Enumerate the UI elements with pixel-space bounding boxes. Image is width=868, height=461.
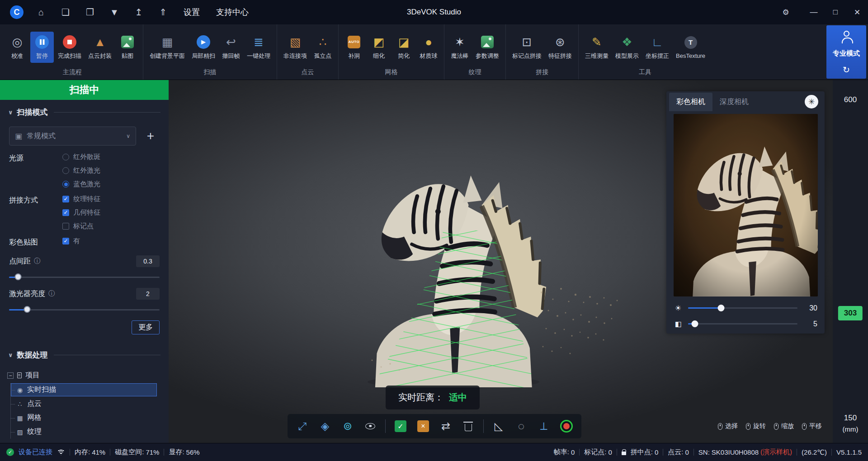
fill-holes-button[interactable]: AUTO 补洞 (342, 32, 366, 63)
pointcloud-wrap-button[interactable]: ▲ 点云封装 (85, 32, 114, 63)
tab-color-camera[interactable]: 彩色相机 (669, 93, 712, 111)
section-scan-mode[interactable]: ∨ 扫描模式 (0, 100, 169, 122)
section-data-processing[interactable]: ∨ 数据处理 (0, 343, 169, 365)
checkbox-icon[interactable] (62, 196, 69, 202)
confirm-selection-button[interactable]: ✓ (390, 416, 411, 437)
orbit-button[interactable]: ⊚ (337, 416, 358, 437)
slider-thumb[interactable] (14, 273, 21, 280)
checkbox-icon[interactable] (62, 238, 69, 245)
simplify-button[interactable]: ◪ 简化 (392, 32, 415, 63)
info-icon[interactable]: ⓘ (34, 257, 40, 265)
menu-settings[interactable]: 设置 (184, 7, 200, 18)
tree-item-mesh[interactable]: ▦ 网格 (11, 411, 157, 424)
export-icon[interactable]: ↥ (130, 3, 148, 21)
maximize-button[interactable]: □ (825, 0, 846, 24)
tree-collapse-icon[interactable]: − (7, 372, 14, 379)
menu-support[interactable]: 支持中心 (216, 7, 249, 18)
trash-icon (465, 424, 472, 431)
exposure-slider[interactable] (688, 320, 797, 328)
delete-button[interactable] (458, 416, 479, 437)
texture-map-button[interactable]: 贴图 (116, 32, 139, 63)
slider-thumb[interactable] (717, 305, 724, 311)
isolated-points-button[interactable]: ∴ 孤立点 (311, 32, 335, 63)
measure-3d-button[interactable]: ✎ 三维测量 (582, 32, 611, 63)
coordinate-axis-button[interactable]: ⟂ (533, 416, 554, 437)
refine-button[interactable]: ◩ 细化 (367, 32, 391, 63)
settings-gear-icon[interactable]: ⚙ (775, 0, 797, 24)
more-button[interactable]: 更多 (132, 320, 160, 334)
pro-mode-panel[interactable]: 专业模式 ↻ (826, 25, 866, 79)
undo-icon: ↩ (223, 34, 239, 50)
checkbox-icon[interactable] (62, 209, 69, 216)
finish-scan-button[interactable]: 完成扫描 (55, 32, 84, 63)
scan-mode-select[interactable]: ▣ 常规模式 ∨ (9, 127, 136, 146)
lasso-select-button[interactable]: ◌ (511, 416, 532, 437)
checkbox-icon[interactable] (62, 223, 69, 230)
tree-item-realtime-scan[interactable]: ◉ 实时扫描 (11, 383, 157, 396)
check-icon: ✓ (395, 420, 406, 432)
create-background-plane-button[interactable]: ▦ 创建背景平面 (147, 32, 188, 63)
camera-panel: 彩色相机 深度相机 ✳ (666, 91, 825, 334)
one-click-process-button[interactable]: ≣ 一键处理 (244, 32, 273, 63)
model-display-button[interactable]: ❖ 模型展示 (613, 32, 642, 63)
pause-button[interactable]: 暂停 (30, 32, 54, 63)
radio-ir-speckle[interactable]: 红外散斑 (62, 153, 100, 161)
tree-item-pointcloud[interactable]: ∴ 点云 (11, 397, 157, 410)
refresh-icon[interactable]: ↻ (843, 65, 850, 75)
local-fine-scan-button[interactable]: ▶ 局部精扫 (189, 32, 218, 63)
aperture-icon[interactable]: ✳ (805, 95, 818, 108)
swap-frame-button[interactable]: ⇄ (435, 416, 456, 437)
bestexture-button[interactable]: T BesTexture (673, 32, 708, 62)
slider-thumb[interactable] (24, 306, 30, 313)
tree-root-project[interactable]: − 项目 (7, 368, 161, 382)
checkbox-color-texture[interactable]: 有 (62, 237, 80, 245)
calibrate-button[interactable]: ◎ 校准 (5, 32, 29, 63)
slider-thumb[interactable] (691, 320, 698, 327)
checkbox-marker-point[interactable]: 标记点 (62, 222, 100, 230)
brightness-slider[interactable] (688, 305, 797, 312)
visibility-button[interactable] (360, 416, 381, 437)
tab-depth-camera[interactable]: 深度相机 (712, 93, 756, 111)
open-project-icon[interactable]: ❐ (81, 3, 99, 21)
feature-stitch-button[interactable]: ⊛ 特征拼接 (546, 32, 575, 63)
ribbon-group-label: 拼接 (509, 66, 575, 80)
radio-ir-laser[interactable]: 红外激光 (62, 166, 100, 175)
minimize-button[interactable]: — (803, 0, 825, 24)
ribbon-group-pointcloud: ▧ 非连接项 ∴ 孤立点 点云 (277, 24, 339, 80)
material-ball-button[interactable]: ● 材质球 (417, 32, 440, 63)
scan-viewport[interactable]: 实时距离： 适中 ⤢ ◈ ⊚ ✓ × ⇄ ◺ ◌ ⟂ (169, 80, 833, 443)
magic-wand-button[interactable]: ✶ 魔法棒 (448, 32, 472, 63)
home-icon[interactable]: ⌂ (32, 3, 50, 21)
radio-blue-laser[interactable]: 蓝色激光 (62, 180, 100, 188)
reject-selection-button[interactable]: × (413, 416, 434, 437)
pencil-icon: ✎ (589, 34, 604, 50)
coordinate-align-button[interactable]: ∟ 坐标摆正 (643, 32, 672, 63)
param-adjust-button[interactable]: 参数调整 (473, 32, 502, 63)
close-button[interactable]: ✕ (846, 0, 868, 24)
checkbox-texture-feature[interactable]: 纹理特征 (62, 195, 100, 203)
memory-status: 内存: 41% (75, 448, 105, 456)
tree-item-texture[interactable]: ▨ 纹理 (11, 425, 157, 438)
radio-icon[interactable] (62, 167, 69, 174)
info-icon[interactable]: ⓘ (48, 290, 55, 298)
add-mode-button[interactable]: + (142, 127, 160, 145)
view-cube-button[interactable]: ◈ (315, 416, 335, 437)
hint-pan: 平移 (802, 422, 822, 430)
share-icon[interactable]: ⇑ (154, 3, 172, 21)
laser-brightness-slider[interactable] (9, 306, 160, 313)
save-icon[interactable]: ▼ (105, 3, 123, 21)
radio-icon[interactable] (62, 154, 69, 160)
flatten-plane-button[interactable]: ◺ (488, 416, 509, 437)
marker-stitch-button[interactable]: ⊡ 标记点拼接 (509, 32, 544, 63)
image-adjust-icon (481, 36, 494, 48)
ribbon-group-texture: ✶ 魔法棒 参数调整 纹理 (444, 24, 506, 80)
radio-icon[interactable] (62, 181, 69, 188)
fit-view-button[interactable]: ⤢ (292, 416, 313, 437)
disconnected-items-button[interactable]: ▧ 非连接项 (281, 32, 310, 63)
record-button[interactable] (556, 416, 577, 437)
new-project-icon[interactable]: ❏ (57, 3, 75, 21)
point-spacing-slider[interactable] (9, 273, 160, 281)
laser-brightness-row: 激光器亮度 ⓘ 2 (0, 282, 169, 301)
checkbox-geometry-feature[interactable]: 几何特征 (62, 208, 100, 217)
undo-frame-button[interactable]: ↩ 撤回帧 (219, 32, 243, 63)
